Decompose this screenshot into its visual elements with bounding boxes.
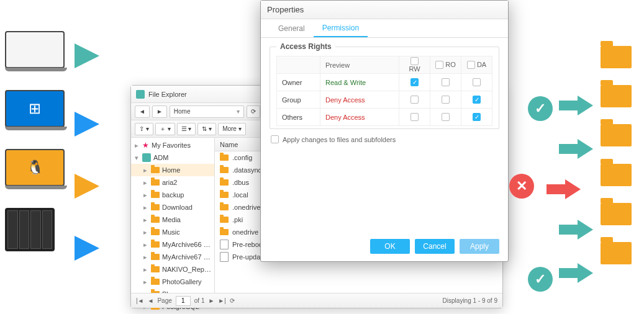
dest-folder [601,124,632,146]
sidebar-favorites[interactable]: ▸★My Favorites [131,139,214,151]
new-button[interactable]: ＋ ▾ [155,123,175,135]
folder-icon [151,217,160,223]
adm-icon [142,153,151,162]
tab-general[interactable]: General [270,19,314,37]
windows-icon: ⊞ [29,100,41,117]
sidebar-root[interactable]: ▾ADM [131,151,214,164]
sidebar-item[interactable]: ▸Music [131,226,214,238]
status-text: Displaying 1 - 9 of 9 [443,297,497,304]
right-arrow [559,137,596,164]
file-icon [220,240,229,249]
last-page-button[interactable]: ►| [218,297,226,304]
more-button[interactable]: More ▾ [218,123,246,135]
permission-checkbox[interactable] [410,113,419,121]
fe-app-icon [136,90,145,99]
permission-checkbox[interactable] [473,78,481,86]
tab-permission[interactable]: Permission [314,19,368,37]
role-label: Others [277,109,320,126]
col-preview: Preview [320,56,399,74]
sort-button[interactable]: ⇅ ▾ [197,123,216,135]
col-rw[interactable]: RW [399,56,430,74]
permission-checkbox[interactable] [442,113,450,121]
svg-marker-2 [546,179,581,199]
props-title: Properties [261,1,508,19]
sidebar-item-label: Media [162,216,181,223]
fe-sidebar: ▸★My Favorites ▾ADM ▸Home▸aria2▸backup▸D… [131,138,215,310]
properties-dialog: Properties General Permission Access Rig… [260,0,509,262]
permission-checkbox[interactable] [410,96,419,104]
refresh-page-button[interactable]: ⟳ [230,297,235,304]
sidebar-item[interactable]: ▸PhotoGallery [131,276,214,288]
folder-icon [220,167,229,173]
nav-back-button[interactable]: ◄ [135,105,150,118]
file-name: .pki [232,216,243,223]
sidebar-item-label: MyArchive66 (雷姆) [162,240,212,249]
status-badge-allow-1: ✓ [528,96,553,121]
folder-icon [220,192,229,198]
nav-fwd-button[interactable]: ► [152,105,167,118]
dest-folder [601,203,632,225]
preview-label: Read & Write [320,74,399,91]
sidebar-item-label: Music [162,228,180,236]
first-page-button[interactable]: |◄ [136,297,144,304]
ok-button[interactable]: OK [370,239,410,254]
dest-folder [601,242,632,264]
file-name: .local [232,191,248,199]
file-name: .onedrive [232,204,260,211]
apply-sub-label: Apply changes to files and subfolders [283,136,396,143]
dest-folder [601,85,632,107]
folder-icon [220,229,229,235]
file-name: .config [232,154,252,161]
permission-checkbox[interactable] [442,78,450,86]
view-button[interactable]: ☰ ▾ [177,123,196,135]
apply-subfolders-row[interactable]: Apply changes to files and subfolders [271,135,498,143]
sidebar-item[interactable]: ▸aria2 [131,176,214,189]
sidebar-item-label: NAKIVO_Repository [162,266,212,273]
sidebar-item[interactable]: ▸MyArchive67 (影片) [131,251,214,263]
access-rights-fieldset: Access Rights Preview RW RO DA OwnerRead… [270,47,499,129]
next-page-button[interactable]: ► [208,297,214,304]
folder-icon [220,155,229,161]
folder-icon [151,266,160,272]
laptop-windows: ⊞ [5,90,67,133]
page-input[interactable] [176,296,191,306]
page-of: of 1 [194,297,205,304]
apply-button[interactable]: Apply [460,239,499,254]
col-ro[interactable]: RO [430,56,461,74]
svg-marker-3 [559,220,593,240]
sidebar-item[interactable]: ▸Media [131,213,214,226]
breadcrumb[interactable]: Home ▾ [170,105,244,118]
preview-label: Deny Access [320,109,399,126]
permission-checkbox[interactable] [442,96,450,104]
folder-icon [151,254,160,260]
folder-icon [151,192,160,198]
cancel-button[interactable]: Cancel [415,239,455,254]
refresh-button[interactable]: ⟳ [247,105,260,118]
sidebar-item-label: aria2 [162,179,177,186]
permission-checkbox[interactable]: ✓ [410,78,419,86]
sidebar-item-label: Download [162,204,193,211]
status-badge-allow-2: ✓ [528,267,553,292]
device-column: ⊞ 🐧 [5,31,73,251]
sidebar-item-label: PhotoGallery [162,278,202,285]
col-da[interactable]: DA [461,56,492,74]
permission-checkbox[interactable]: ✓ [473,113,481,121]
sidebar-item[interactable]: ▸Home [131,164,214,176]
nas-device [5,208,55,251]
permission-row: OwnerRead & Write✓ [277,74,492,91]
preview-label: Deny Access [320,91,399,109]
prev-page-button[interactable]: ◄ [148,297,154,304]
apply-sub-checkbox[interactable] [271,135,279,143]
sidebar-item[interactable]: ▸backup [131,189,214,201]
sidebar-item[interactable]: ▸Download [131,201,214,213]
file-name: onedrive [232,228,258,236]
sidebar-item-label: MyArchive67 (影片) [162,253,212,262]
sidebar-item[interactable]: ▸NAKIVO_Repository [131,263,214,276]
folder-stack [601,37,638,273]
upload-button[interactable]: ⇪ ▾ [135,123,153,135]
fe-footer: |◄ ◄ Page of 1 ► ►| ⟳ Displaying 1 - 9 o… [131,293,502,308]
linux-icon: 🐧 [27,159,43,176]
permission-checkbox[interactable]: ✓ [473,96,481,104]
sidebar-item[interactable]: ▸MyArchive66 (雷姆) [131,238,214,251]
permission-row: OthersDeny Access✓ [277,109,492,126]
